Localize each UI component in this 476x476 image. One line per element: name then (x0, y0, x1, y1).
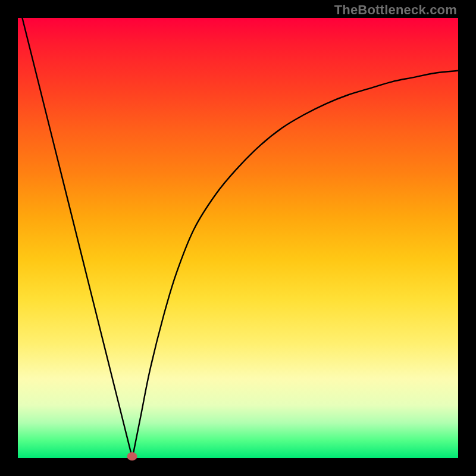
curve-left-branch (22, 18, 132, 458)
curve-right-branch (132, 71, 458, 458)
chart-frame: TheBottleneck.com (0, 0, 476, 476)
watermark-text: TheBottleneck.com (334, 2, 457, 18)
curve-layer (18, 18, 458, 458)
vertex-marker (127, 452, 137, 461)
